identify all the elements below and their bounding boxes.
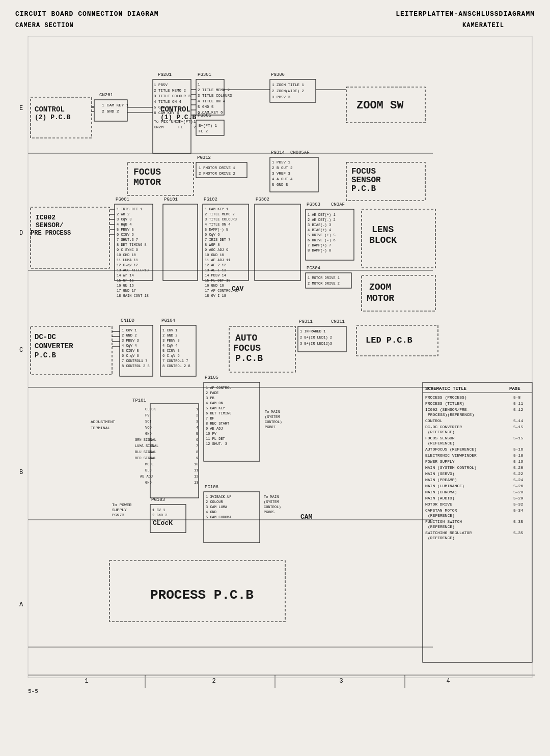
pg304-label: PG304 — [307, 266, 320, 271]
pg105-r5: 5 CAM KEY — [206, 406, 226, 410]
pg106-r2: 2 COLOUR — [206, 500, 223, 504]
focus-sensor-label3: P.C.B — [351, 184, 376, 193]
pg103-pg973: PG973 — [112, 513, 124, 517]
cn201-row2: 2 GND 2 — [102, 109, 119, 114]
dcdc-label1: DC-DC — [35, 333, 57, 341]
cn201-row1: 1 CAM KEY 1 — [102, 103, 129, 107]
pg301-row4: 4 TITLE ON 4 — [198, 99, 226, 103]
st-12: MAIN (PREAMP) — [425, 478, 457, 482]
pg105-to-main: To MAIN — [265, 410, 280, 414]
tp-n4: 4 — [196, 426, 198, 430]
pg105-r7: 7 BF — [206, 416, 214, 421]
st-12p: 5-24 — [513, 478, 523, 482]
pg303-r6: 6 DRIVE (-) 6 — [308, 238, 336, 242]
tp-n11: 11 — [194, 468, 198, 472]
ic002-label1: IC002 — [36, 214, 56, 221]
sub-title-right: KAMERATEIL — [462, 22, 535, 29]
st-1p: 5-8 — [513, 395, 521, 400]
st-13p: 5-26 — [513, 484, 523, 488]
lens-block-label2: BLOCK — [369, 235, 397, 245]
st-16p: 5-32 — [513, 502, 523, 507]
pg303-r3: 3 BIAS(-) 3 — [308, 223, 331, 227]
st-17: CAPSTAN MOTOR — [425, 508, 457, 513]
pg105-system: (SYSTEM — [265, 415, 280, 419]
st-8p: 5-18 — [513, 453, 523, 458]
tp101-clock: CLOCK — [145, 407, 156, 411]
st-6p: 5-15 — [513, 436, 523, 440]
cn201-label: CN201 — [99, 93, 113, 98]
cn311-label: CN311 — [331, 319, 345, 324]
pg102-r8: 8 WGP 8 — [205, 243, 219, 247]
grid-b: B — [19, 469, 23, 476]
pg314-label: PG314 — [271, 150, 285, 155]
pg105-r3: 3 PB — [206, 396, 214, 400]
pg001-r7: 7 SHUT.3 7 — [117, 238, 138, 242]
pg105-r4: 4 CAM ON — [206, 401, 223, 405]
process-pcb-label: PROCESS P.C.B — [150, 587, 254, 603]
pg201-2: 2 — [194, 125, 196, 129]
ic002-label2: SENSOR/ — [36, 221, 64, 229]
pg201-label: PG201 — [158, 72, 172, 77]
autofocus-label2: FOCUS — [233, 343, 261, 353]
tp-n6: 6 — [196, 438, 198, 442]
st-19b: (REFERENCE) — [428, 536, 455, 540]
tp101-blc: BLC — [145, 468, 152, 472]
st-15: MAIN (AUDIO) — [425, 496, 455, 500]
cnidd-r1: 1 C6V 1 — [122, 328, 136, 332]
pg302-label: PG302 — [256, 197, 269, 202]
pg001-r15: 15 Gr 15 — [117, 278, 134, 283]
tp-n3: 3 — [196, 419, 198, 424]
st-18p: 5-35 — [513, 519, 523, 524]
pg106-control2: CONTROL) — [264, 505, 281, 509]
pg301-row3: 3 TITLE COLOUR3 — [198, 94, 232, 98]
pg001-r1: 1 IRIS DET 1 — [117, 207, 142, 211]
pg104-r3: 3 PB5V 3 — [162, 339, 180, 343]
schematic-page-heading: PAGE — [509, 386, 520, 391]
pg104-r1: 1 C6V 1 — [162, 328, 177, 332]
grid-e: E — [19, 105, 23, 112]
pg304-box — [306, 273, 351, 288]
control2-label2: (2) P.C.B — [35, 114, 70, 121]
pg105-label: PG105 — [205, 375, 218, 380]
st-3b: PROCESS)(REFERENCE) — [428, 412, 474, 417]
st-10: MAIN (SYSTEM CONTROL) — [425, 465, 477, 470]
pg306-row3: 3 PB5V 3 — [272, 95, 291, 99]
pg001-r10: 10 CHD 10 — [117, 253, 136, 257]
pg106-r1: 1 3VIBACK-UP — [206, 495, 231, 499]
st-15p: 5-29 — [513, 496, 523, 500]
st-16: MOTOR DRIVE — [425, 502, 452, 507]
pg102-r16: 16 GND 16 — [205, 284, 224, 288]
st-7: AUTOFOCUS (REFERENCE) — [425, 447, 477, 452]
pg106-pg805: PG805 — [264, 510, 274, 514]
title-left: CIRCUIT BOARD CONNECTION DIAGRAM — [15, 10, 159, 18]
pg314-row5: 5 GND 5 — [272, 183, 288, 187]
grid-num-2: 2 — [212, 678, 215, 685]
led-pcb-label: LED P.C.B — [366, 335, 413, 345]
title-right: LEITERPLATTEN-ANSCHLUSSDIAGRAMM — [396, 10, 535, 18]
pg105-pg807: PGB07 — [265, 425, 276, 429]
autofocus-label3: P.C.B — [235, 353, 263, 363]
pg314-row2: 2 B OUT 2 — [272, 166, 293, 170]
st-3: IC002 (SENSOR/PRE- — [425, 407, 469, 412]
pg102-r9: 9 AGC ADJ 9 — [205, 248, 228, 252]
pg312-label: PG312 — [197, 155, 211, 160]
cnidd-label: CNIDD — [121, 318, 134, 323]
pg102-r4: 4 TITLE ON 4 — [205, 222, 230, 227]
pg306-label: PG306 — [271, 72, 285, 77]
st-5: DC-DC CONVERTER — [425, 425, 462, 429]
pg306-row1: 1 ZOOM TITLE 1 — [272, 83, 305, 87]
cnidd-r3: 3 PB5V 3 — [122, 339, 139, 343]
st-10p: 5-20 — [513, 465, 523, 470]
st-14p: 5-28 — [513, 490, 523, 494]
pg103-supply: SUPPLY — [112, 508, 127, 512]
pg102-r12: 12 AE 2 12 — [205, 263, 226, 267]
pg104-r4: 4 CqV 4 — [162, 344, 177, 348]
tp101-blu: BLU SIGNAL — [135, 450, 156, 454]
pg106-r5: 5 CAM CHROMA — [206, 515, 232, 519]
tp101-luma: LUMA SIGNAL — [135, 444, 158, 448]
page-number: 5-5 — [28, 688, 38, 694]
pg106-label: PG106 — [205, 485, 218, 490]
pg102-r10: 10 GND 10 — [205, 253, 224, 257]
pg306-row2: 2 ZOOM(WIDE) 2 — [272, 89, 304, 93]
pg102-label: PG102 — [204, 197, 217, 202]
